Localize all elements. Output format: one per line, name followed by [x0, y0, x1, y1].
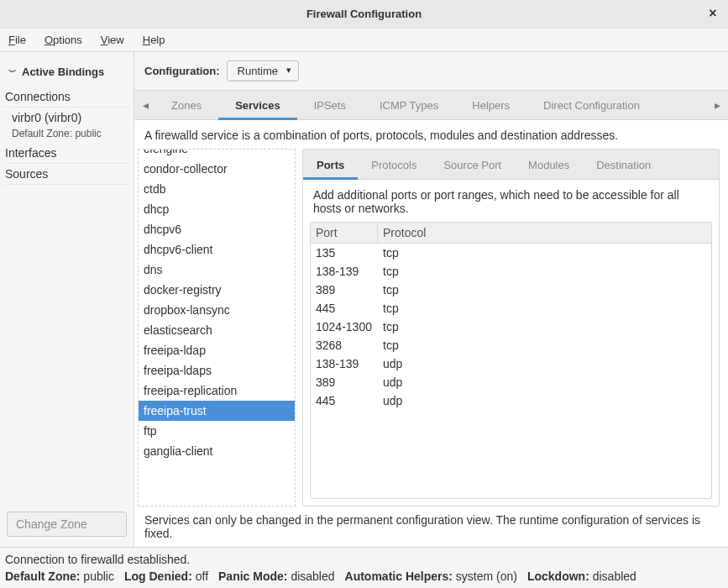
port-cell: 445	[316, 394, 383, 407]
port-cell: 3268	[316, 339, 383, 352]
protocol-cell: udp	[383, 394, 402, 407]
subtab-ports[interactable]: Ports	[303, 150, 358, 180]
service-item[interactable]: ctdb	[139, 179, 295, 199]
detail-tabbar: Ports Protocols Source Port Modules Dest…	[303, 150, 719, 180]
status-default-zone-v: public	[83, 570, 114, 583]
connection-zone: Default Zone: public	[3, 128, 130, 143]
protocol-cell: tcp	[383, 283, 399, 297]
tab-scroll-left-icon[interactable]: ◂	[136, 98, 155, 112]
main-tabbar: ◂ Zones Services IPSets ICMP Types Helpe…	[134, 90, 728, 120]
connections-header: Connections	[3, 87, 130, 108]
protocol-cell: tcp	[383, 265, 399, 278]
port-cell: 138-139	[316, 357, 383, 370]
service-item[interactable]: dhcpv6-client	[139, 239, 295, 260]
ports-desc: Add additional ports or port ranges, whi…	[303, 180, 719, 222]
status-panic-mode-v: disabled	[291, 570, 334, 583]
protocol-cell: tcp	[383, 339, 399, 352]
content: Configuration: Runtime ◂ Zones Services …	[134, 52, 728, 547]
active-bindings-label: Active Bindings	[22, 66, 104, 78]
statusbar-info: Default Zone: public Log Denied: off Pan…	[0, 568, 728, 588]
protocol-cell: tcp	[383, 302, 399, 315]
window-title: Firewall Configuration	[306, 8, 422, 20]
service-item[interactable]: dhcpv6	[139, 219, 295, 239]
service-item[interactable]: freeipa-ldaps	[139, 360, 295, 381]
service-item[interactable]: cfengine	[139, 149, 295, 159]
close-icon[interactable]: ×	[706, 7, 720, 20]
port-cell: 445	[316, 302, 383, 315]
chevron-down-icon: ﹀	[8, 66, 17, 78]
services-body: cfenginecondor-collectorctdbdhcpdhcpv6dh…	[134, 149, 728, 507]
ports-row[interactable]: 135tcp	[311, 244, 711, 262]
status-panic-mode-k: Panic Mode:	[218, 570, 287, 583]
subtab-destination[interactable]: Destination	[583, 150, 664, 180]
ports-header-protocol[interactable]: Protocol	[378, 223, 431, 243]
service-list[interactable]: cfenginecondor-collectorctdbdhcpdhcpv6dh…	[138, 149, 296, 507]
ports-header-port[interactable]: Port	[311, 223, 378, 243]
port-cell: 389	[316, 283, 383, 297]
statusbar-connection: Connection to firewalld established.	[0, 547, 728, 568]
ports-row[interactable]: 389udp	[311, 373, 711, 391]
ports-row[interactable]: 389tcp	[311, 281, 711, 299]
service-item[interactable]: ganglia-client	[139, 441, 295, 461]
change-zone-button[interactable]: Change Zone	[7, 512, 127, 537]
ports-header-row: Port Protocol	[311, 223, 711, 244]
ports-row[interactable]: 138-139tcp	[311, 262, 711, 281]
config-label: Configuration:	[144, 65, 220, 77]
status-auto-helpers-v: system (on)	[456, 570, 517, 583]
status-default-zone-k: Default Zone:	[5, 570, 80, 583]
services-footer: Services can only be changed in the perm…	[134, 507, 728, 547]
menubar: File Options View Help	[0, 29, 728, 52]
status-auto-helpers-k: Automatic Helpers:	[345, 570, 453, 583]
tab-direct[interactable]: Direct Configuration	[526, 90, 657, 120]
protocol-cell: udp	[383, 357, 402, 370]
active-bindings-toggle[interactable]: ﹀ Active Bindings	[3, 62, 130, 87]
menu-help[interactable]: Help	[139, 32, 169, 48]
menu-view[interactable]: View	[97, 32, 128, 48]
sidebar: ﹀ Active Bindings Connections virbr0 (vi…	[0, 52, 134, 547]
tab-ipsets[interactable]: IPSets	[297, 90, 363, 120]
service-item[interactable]: dropbox-lansync	[139, 300, 295, 320]
service-item[interactable]: dns	[139, 260, 295, 280]
service-item[interactable]: freeipa-replication	[139, 381, 295, 401]
services-desc: A firewalld service is a combination of …	[134, 120, 728, 149]
service-item[interactable]: dhcp	[139, 199, 295, 219]
config-row: Configuration: Runtime	[134, 52, 728, 90]
tab-zones[interactable]: Zones	[155, 90, 218, 120]
port-cell: 135	[316, 246, 383, 260]
config-dropdown[interactable]: Runtime	[227, 60, 299, 81]
tab-helpers[interactable]: Helpers	[455, 90, 526, 120]
main-area: ﹀ Active Bindings Connections virbr0 (vi…	[0, 52, 728, 547]
ports-row[interactable]: 3268tcp	[311, 336, 711, 354]
ports-row[interactable]: 138-139udp	[311, 354, 711, 373]
ports-row[interactable]: 1024-1300tcp	[311, 318, 711, 336]
ports-table: Port Protocol 135tcp138-139tcp389tcp445t…	[310, 222, 712, 499]
tab-scroll-right-icon[interactable]: ▸	[708, 98, 726, 112]
ports-row[interactable]: 445udp	[311, 391, 711, 410]
service-item[interactable]: condor-collector	[139, 159, 295, 179]
interfaces-header: Interfaces	[3, 143, 130, 164]
service-item[interactable]: freeipa-trust	[139, 401, 295, 421]
status-log-denied-v: off	[196, 570, 208, 583]
tab-icmp-types[interactable]: ICMP Types	[363, 90, 455, 120]
subtab-protocols[interactable]: Protocols	[358, 150, 430, 180]
status-lockdown-v: disabled	[593, 570, 636, 583]
service-item[interactable]: elasticsearch	[139, 320, 295, 340]
port-cell: 389	[316, 375, 383, 389]
service-item[interactable]: docker-registry	[139, 280, 295, 300]
tab-services[interactable]: Services	[218, 90, 297, 120]
connection-item[interactable]: virbr0 (virbr0)	[3, 108, 130, 128]
ports-row[interactable]: 445tcp	[311, 299, 711, 318]
status-log-denied-k: Log Denied:	[124, 570, 192, 583]
menu-file[interactable]: File	[5, 32, 29, 48]
titlebar: Firewall Configuration ×	[0, 0, 728, 29]
service-detail-pane: Ports Protocols Source Port Modules Dest…	[302, 149, 720, 507]
protocol-cell: udp	[383, 375, 402, 389]
service-item[interactable]: freeipa-ldap	[139, 340, 295, 360]
service-item[interactable]: ftp	[139, 421, 295, 441]
port-cell: 138-139	[316, 265, 383, 278]
subtab-source-port[interactable]: Source Port	[430, 150, 515, 180]
status-lockdown-k: Lockdown:	[527, 570, 589, 583]
menu-options[interactable]: Options	[41, 32, 86, 48]
subtab-modules[interactable]: Modules	[515, 150, 583, 180]
port-cell: 1024-1300	[316, 320, 383, 333]
